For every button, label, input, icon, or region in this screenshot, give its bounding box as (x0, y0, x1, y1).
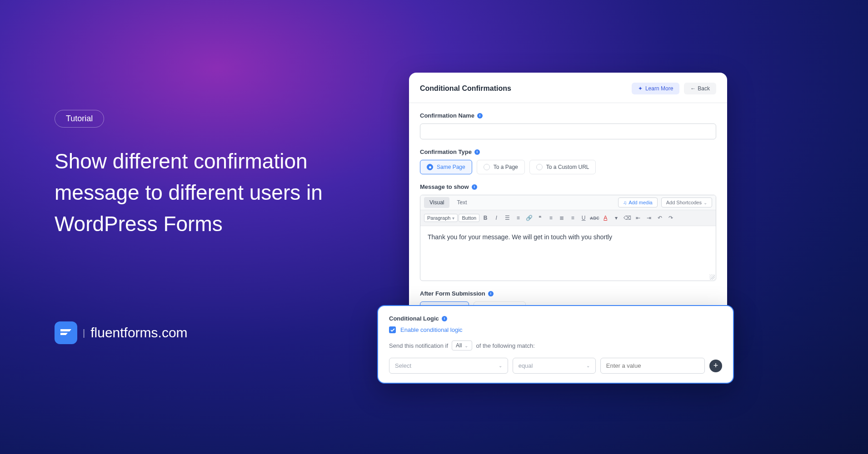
chevron-down-icon: ⌄ (464, 343, 468, 348)
italic-icon[interactable]: I (491, 213, 501, 223)
value-input[interactable] (600, 358, 705, 374)
confirmation-name-input[interactable] (420, 123, 716, 139)
add-shortcodes-button[interactable]: Add Shortcodes ⌄ (661, 197, 712, 207)
hero-title: Show different confirmation message to d… (55, 146, 382, 240)
match-selector[interactable]: All ⌄ (452, 340, 472, 350)
radio-same-page[interactable]: Same Page (420, 160, 472, 174)
info-icon[interactable]: i (488, 291, 494, 296)
text-color-icon[interactable]: A (600, 213, 610, 223)
chevron-down-icon: ⌄ (499, 363, 502, 368)
align-left-icon[interactable]: ≡ (546, 213, 556, 223)
confirmations-card: Conditional Confirmations ✦ Learn More ←… (409, 73, 727, 335)
radio-to-page[interactable]: To a Page (477, 160, 525, 174)
add-media-button[interactable]: ♫ Add media (618, 197, 658, 207)
info-icon[interactable]: i (474, 149, 480, 155)
undo-icon[interactable]: ↶ (655, 213, 665, 223)
tab-text[interactable]: Text (451, 197, 472, 208)
after-submission-label: After Form Submission i (420, 290, 716, 297)
quote-icon[interactable]: ❝ (535, 213, 545, 223)
underline-icon[interactable]: U (579, 213, 589, 223)
conditional-logic-label: Conditional Logic i (389, 315, 722, 322)
arrow-left-icon: ← (690, 85, 696, 92)
radio-custom-url[interactable]: To a Custom URL (529, 160, 596, 174)
info-icon[interactable]: i (477, 113, 483, 118)
editor-toolbar: Paragraph ▾ Button B I ☰ ≡ 🔗 ❝ ≡ ≣ (420, 210, 716, 226)
align-right-icon[interactable]: ≡ (568, 213, 578, 223)
enable-logic-checkbox[interactable] (389, 326, 396, 333)
media-icon: ♫ (623, 200, 627, 205)
info-icon: ✦ (638, 85, 643, 92)
operator-select[interactable]: equal ⌄ (513, 358, 596, 374)
clear-format-icon[interactable]: ⌫ (622, 213, 632, 223)
brand-row: | fluentforms.com (55, 321, 382, 344)
chevron-down-icon: ⌄ (586, 363, 590, 368)
fluent-logo-icon (55, 321, 77, 344)
paragraph-dropdown[interactable]: Paragraph ▾ (424, 214, 458, 222)
chevron-down-icon: ▾ (452, 216, 454, 221)
resize-handle[interactable] (709, 274, 715, 280)
logic-sentence: Send this notification if All ⌄ of the f… (389, 340, 722, 350)
strike-icon[interactable]: ᴀʙᴄ (589, 213, 599, 223)
text-color-chevron-icon[interactable]: ▾ (611, 213, 621, 223)
editor-textarea[interactable]: Thank you for your message. We will get … (420, 226, 716, 281)
chevron-down-icon: ⌄ (703, 200, 707, 205)
info-icon[interactable]: i (442, 316, 447, 321)
confirmation-name-label: Confirmation Name i (420, 112, 716, 119)
learn-more-button[interactable]: ✦ Learn More (632, 83, 679, 94)
align-center-icon[interactable]: ≣ (557, 213, 567, 223)
back-button[interactable]: ← Back (684, 83, 716, 94)
link-icon[interactable]: 🔗 (524, 213, 534, 223)
bold-icon[interactable]: B (480, 213, 490, 223)
message-label: Message to show i (420, 183, 716, 190)
tab-visual[interactable]: Visual (424, 197, 449, 208)
enable-logic-label: Enable conditional logic (400, 326, 463, 333)
field-select[interactable]: Select ⌄ (389, 358, 508, 374)
brand-divider: | (83, 328, 85, 338)
number-list-icon[interactable]: ≡ (513, 213, 523, 223)
conditional-logic-card: Conditional Logic i Enable conditional l… (377, 305, 734, 384)
bullet-list-icon[interactable]: ☰ (502, 213, 512, 223)
confirmation-type-label: Confirmation Type i (420, 148, 716, 155)
redo-icon[interactable]: ↷ (666, 213, 676, 223)
add-condition-button[interactable]: + (709, 360, 722, 372)
indent-icon[interactable]: ⇥ (644, 213, 654, 223)
card-title: Conditional Confirmations (420, 84, 511, 93)
info-icon[interactable]: i (472, 184, 477, 190)
rich-editor: Visual Text ♫ Add media Add Shortcodes (420, 195, 716, 281)
button-insert[interactable]: Button (459, 214, 479, 222)
brand-text: fluentforms.com (90, 325, 187, 340)
tutorial-badge: Tutorial (55, 110, 104, 128)
outdent-icon[interactable]: ⇤ (633, 213, 643, 223)
